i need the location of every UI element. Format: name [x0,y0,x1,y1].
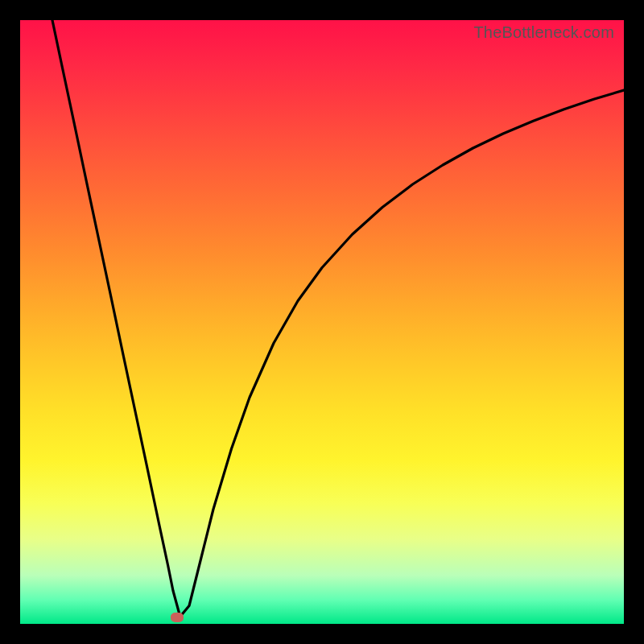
bottleneck-curve [20,20,624,624]
chart-plot-area: TheBottleneck.com [20,20,624,624]
optimal-point-marker [171,613,184,622]
